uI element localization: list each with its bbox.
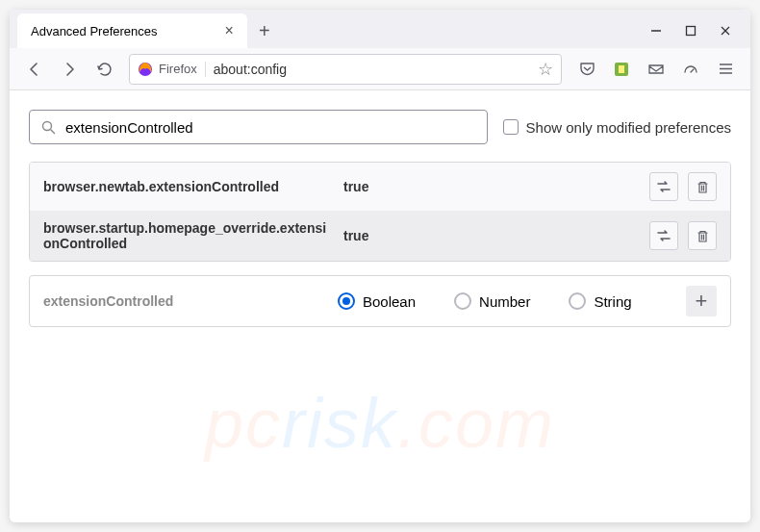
modified-only-checkbox[interactable]: Show only modified preferences — [503, 119, 731, 136]
close-tab-icon[interactable]: × — [225, 22, 234, 39]
tab-title: Advanced Preferences — [31, 24, 158, 38]
preference-value: true — [343, 228, 638, 243]
titlebar: Advanced Preferences × + — [10, 10, 750, 48]
svg-rect-6 — [619, 65, 624, 73]
search-box[interactable] — [29, 110, 488, 144]
preference-row: browser.startup.homepage_override.extens… — [30, 211, 730, 261]
preference-row: browser.newtab.extensionControlled true — [30, 163, 730, 211]
toolbar-extensions — [571, 54, 741, 85]
radio-number[interactable]: Number — [454, 292, 530, 310]
extension-icon[interactable] — [606, 54, 637, 85]
radio-string[interactable]: String — [569, 292, 631, 310]
new-tab-button[interactable]: + — [259, 20, 270, 42]
radio-label: String — [594, 293, 631, 310]
radio-icon — [338, 292, 355, 310]
radio-label: Number — [479, 293, 530, 310]
forward-button[interactable] — [54, 54, 85, 85]
new-preference-row: extensionControlled Boolean Number Strin… — [29, 275, 731, 327]
browser-window: Advanced Preferences × + — [10, 10, 750, 522]
maximize-button[interactable] — [685, 25, 697, 37]
minimize-button[interactable] — [650, 25, 662, 37]
browser-tab[interactable]: Advanced Preferences × — [17, 13, 247, 48]
radio-label: Boolean — [363, 293, 416, 310]
bookmark-star-icon[interactable]: ☆ — [538, 59, 553, 80]
radio-boolean[interactable]: Boolean — [338, 292, 416, 310]
delete-button[interactable] — [688, 221, 717, 250]
new-preference-name: extensionControlled — [43, 293, 322, 309]
toggle-button[interactable] — [649, 221, 678, 250]
watermark: pcrisk.com — [205, 384, 555, 465]
type-radio-group: Boolean Number String — [338, 292, 671, 310]
mail-icon[interactable] — [641, 54, 671, 85]
identity-box[interactable]: Firefox — [138, 62, 206, 77]
delete-button[interactable] — [688, 172, 717, 201]
preference-actions — [649, 221, 717, 250]
content-area: Show only modified preferences browser.n… — [10, 90, 750, 522]
search-icon — [41, 120, 56, 135]
pocket-icon[interactable] — [571, 54, 602, 85]
close-window-button[interactable] — [720, 25, 731, 37]
firefox-icon — [138, 62, 153, 77]
radio-icon — [569, 292, 586, 310]
svg-rect-1 — [687, 27, 696, 36]
svg-line-11 — [51, 130, 55, 134]
preferences-table: browser.newtab.extensionControlled true … — [29, 162, 731, 262]
preference-name: browser.newtab.extensionControlled — [43, 179, 332, 194]
url-bar[interactable]: Firefox about:config ☆ — [129, 54, 562, 85]
add-preference-button[interactable]: + — [686, 286, 717, 317]
checkbox-icon — [503, 119, 519, 135]
checkbox-label: Show only modified preferences — [526, 119, 731, 136]
reload-button[interactable] — [89, 54, 119, 85]
svg-point-10 — [43, 121, 52, 130]
back-button[interactable] — [19, 54, 50, 85]
toggle-button[interactable] — [649, 172, 678, 201]
url-text: about:config — [214, 62, 530, 77]
dashboard-icon[interactable] — [675, 54, 706, 85]
nav-toolbar: Firefox about:config ☆ — [10, 48, 750, 90]
brand-label: Firefox — [159, 62, 197, 76]
search-input[interactable] — [65, 119, 475, 136]
search-row: Show only modified preferences — [29, 110, 731, 144]
hamburger-menu-icon[interactable] — [710, 54, 741, 85]
preference-name: browser.startup.homepage_override.extens… — [43, 220, 332, 251]
radio-icon — [454, 292, 471, 310]
preference-value: true — [343, 179, 638, 194]
preference-actions — [649, 172, 717, 201]
window-controls — [650, 25, 743, 37]
